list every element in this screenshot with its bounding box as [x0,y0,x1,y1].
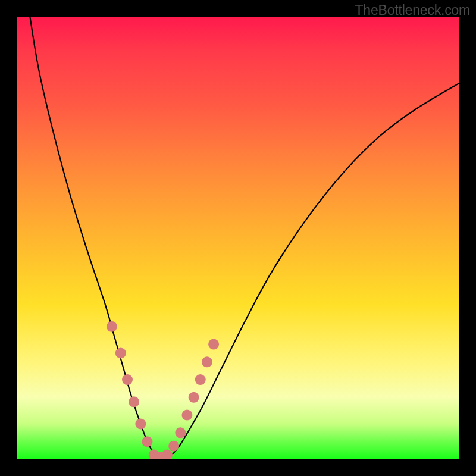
curve-line [30,17,459,458]
marker-dot [107,321,117,332]
watermark-text: TheBottleneck.com [355,2,470,18]
marker-group [107,321,219,459]
marker-dot [162,450,173,459]
marker-dot [175,427,186,438]
marker-dot [122,374,133,385]
marker-dot [189,392,199,403]
chart-svg [17,17,459,459]
marker-dot [208,339,219,350]
marker-dot [115,347,126,358]
marker-dot [202,356,212,367]
plot-area [17,17,459,459]
marker-dot [181,410,192,421]
marker-dot [195,374,206,385]
bottleneck-curve [30,17,459,458]
marker-dot [168,441,179,452]
marker-dot [142,436,152,447]
chart-frame: TheBottleneck.com [0,0,476,476]
marker-dot [135,418,146,429]
marker-dot [129,396,139,407]
